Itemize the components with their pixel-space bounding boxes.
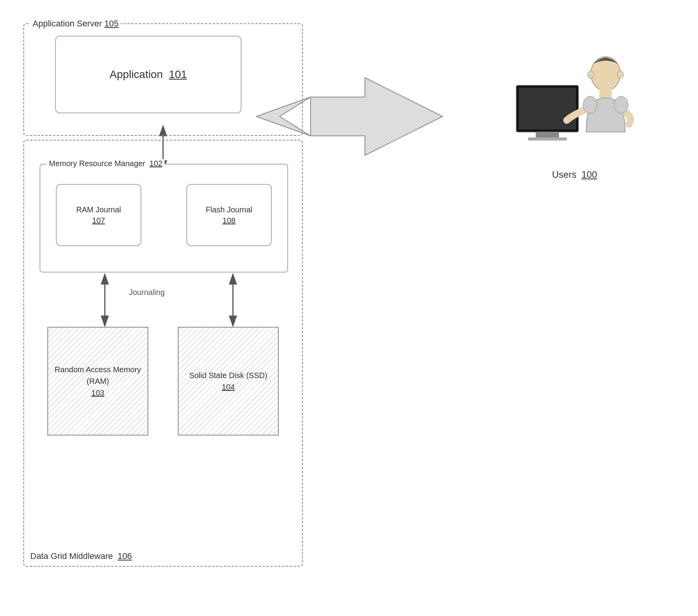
svg-point-15 (617, 71, 623, 78)
svg-point-10 (591, 57, 620, 91)
data-grid-label: Data Grid Middleware 106 (30, 551, 132, 561)
flash-journal-label: Flash Journal 108 (206, 204, 252, 226)
svg-point-13 (614, 96, 628, 113)
mrm-label: Memory Resource Manager 102 (47, 159, 165, 168)
journaling-label: Journaling (129, 288, 165, 297)
ram-label: Random Access Memory (RAM) 103 (48, 362, 148, 400)
svg-point-14 (588, 71, 594, 78)
mrm-box: Memory Resource Manager 102 RAM Journal … (40, 164, 288, 272)
svg-point-12 (583, 96, 597, 113)
ram-box: Random Access Memory (RAM) 103 (47, 327, 148, 436)
app-server-box: Application Server 105 Application 101 (23, 23, 303, 136)
svg-rect-11 (599, 88, 612, 98)
app-server-label: Application Server 105 (30, 19, 121, 29)
svg-marker-4 (311, 78, 443, 155)
ssd-label: Solid State Disk (SSD) 104 (188, 368, 269, 394)
person-figure (512, 54, 637, 163)
users-label: Users 100 (552, 169, 597, 180)
application-box: Application 101 (55, 36, 241, 113)
data-grid-box: Data Grid Middleware 106 Memory Resource… (23, 140, 303, 567)
ram-journal-label: RAM Journal 107 (76, 204, 121, 226)
svg-rect-8 (536, 132, 559, 137)
ram-journal-box: RAM Journal 107 (56, 184, 141, 246)
ssd-box: Solid State Disk (SSD) 104 (178, 327, 279, 436)
svg-rect-9 (528, 137, 567, 141)
diagram-container: Application Server 105 Application 101 D… (16, 16, 683, 606)
flash-journal-box: Flash Journal 108 (186, 184, 272, 246)
application-label: Application 101 (109, 68, 187, 81)
users-section: Users 100 (497, 54, 652, 180)
